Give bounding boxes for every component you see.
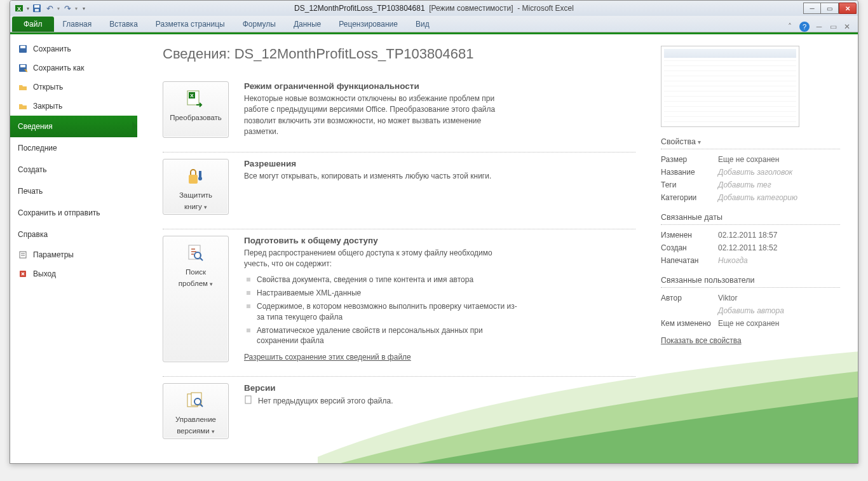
title-bar: X ▾ ↶ ▾ ↷ ▾ ▾ DS_12MonthProfitLoss_TP103…	[10, 1, 858, 16]
prop-cat-val[interactable]: Добавить категорию	[718, 193, 797, 202]
protect-workbook-button[interactable]: Защитить книгу ▾	[163, 159, 229, 215]
document-icon	[244, 395, 253, 406]
save-icon[interactable]	[32, 3, 42, 13]
nav-print[interactable]: Печать	[10, 180, 137, 202]
versions-label-1: Управление	[175, 416, 216, 423]
nav-exit[interactable]: Выход	[10, 264, 137, 283]
svg-rect-4	[35, 9, 39, 11]
nav-open[interactable]: Открыть	[10, 78, 137, 97]
prop-add-author[interactable]: Добавить автора	[718, 306, 784, 315]
nav-help[interactable]: Справка	[10, 224, 137, 245]
nav-save-as[interactable]: Сохранить как	[10, 58, 137, 78]
manage-versions-button[interactable]: Управление версиями ▾	[163, 383, 229, 439]
section-compatibility-body: Режим ограниченной функциональности Неко…	[244, 81, 517, 138]
nav-options[interactable]: Параметры	[10, 245, 137, 264]
nav-close[interactable]: Закрыть	[10, 97, 137, 116]
list-item: Настраиваемые XML-данные	[244, 287, 517, 300]
compatibility-text: Некоторые новые возможности отключены во…	[244, 93, 517, 138]
backstage-nav: Сохранить Сохранить как Открыть Закрыть …	[10, 34, 137, 463]
prop-auth-key: Автор	[661, 294, 718, 302]
redo-icon[interactable]: ↷	[62, 3, 72, 13]
inspect-icon	[185, 243, 207, 264]
minimize-button[interactable]: ─	[803, 3, 821, 14]
prepare-title: Подготовить к общему доступу	[244, 236, 517, 245]
nav-recent-label: Последние	[18, 144, 57, 152]
versions-title: Версии	[244, 383, 517, 393]
prop-title-key: Название	[661, 168, 718, 177]
excel-icon: X	[14, 3, 24, 13]
redo-dropdown-icon[interactable]: ▾	[75, 6, 78, 11]
nav-exit-label: Выход	[33, 269, 56, 278]
tab-view[interactable]: Вид	[407, 17, 438, 32]
tab-page-layout[interactable]: Разметка страницы	[147, 17, 234, 32]
prop-chg-val: Еще не сохранен	[718, 319, 779, 328]
mdi-restore-icon[interactable]: ▭	[829, 22, 837, 31]
svg-rect-24	[245, 396, 251, 403]
show-all-properties-link[interactable]: Показать все свойства	[661, 336, 742, 345]
compatibility-title: Режим ограниченной функциональности	[244, 81, 517, 91]
mdi-close-icon[interactable]: ✕	[843, 22, 851, 31]
nav-help-label: Справка	[18, 230, 48, 239]
prop-tags-val[interactable]: Добавить тег	[718, 180, 771, 189]
nav-close-label: Закрыть	[33, 102, 62, 111]
nav-send[interactable]: Сохранить и отправить	[10, 202, 137, 224]
undo-dropdown-icon[interactable]: ▾	[57, 6, 60, 11]
prop-row-changed-by: Кем изменено Еще не сохранен	[661, 317, 840, 330]
check-issues-button[interactable]: Поиск проблем ▾	[163, 236, 229, 363]
convert-button[interactable]: X Преобразовать	[163, 81, 229, 138]
prop-size-key: Размер	[661, 155, 718, 164]
prop-prn-key: Напечатан	[661, 256, 718, 265]
chevron-down-icon: ▾	[210, 281, 213, 287]
file-tab[interactable]: Файл	[12, 17, 54, 32]
title-compat: [Режим совместимости]	[429, 4, 513, 13]
prop-cat-key: Категории	[661, 193, 718, 202]
tab-data[interactable]: Данные	[285, 17, 330, 32]
check-issues-label-1: Поиск	[186, 268, 206, 276]
prepare-issues-list: Свойства документа, сведения о типе конт…	[244, 273, 517, 348]
maximize-button[interactable]: ▭	[821, 3, 839, 14]
mdi-minimize-icon[interactable]: ─	[815, 22, 824, 31]
svg-rect-9	[20, 252, 26, 258]
nav-save[interactable]: Сохранить	[10, 39, 137, 58]
prop-row-add-author: Добавить автора	[661, 304, 840, 317]
permissions-title: Разрешения	[244, 159, 517, 168]
section-versions-body: Версии Нет предыдущих версий этого файла…	[244, 383, 517, 439]
qat-dropdown-icon[interactable]: ▾	[27, 6, 29, 11]
lock-key-icon	[185, 166, 207, 187]
close-button[interactable]: ✕	[839, 3, 857, 14]
nav-new[interactable]: Создать	[10, 159, 137, 180]
nav-recent[interactable]: Последние	[10, 137, 137, 159]
window-title: DS_12MonthProfitLoss_TP103804681 [Режим …	[294, 4, 574, 13]
title-app: Microsoft Excel	[522, 4, 574, 13]
ribbon-right-controls: ˄ ? ─ ▭ ✕	[785, 22, 858, 32]
nav-save-as-label: Сохранить как	[33, 64, 84, 72]
convert-button-label: Преобразовать	[170, 114, 222, 121]
convert-icon: X	[185, 88, 207, 110]
section-permissions: Защитить книгу ▾ Разрешения Все могут от…	[163, 152, 635, 229]
help-icon[interactable]: ?	[799, 22, 810, 32]
svg-rect-6	[20, 46, 25, 48]
prop-size-val: Еще не сохранен	[718, 155, 779, 164]
tab-home[interactable]: Главная	[54, 17, 101, 32]
save-icon	[18, 44, 28, 54]
section-prepare-body: Подготовить к общему доступу Перед распр…	[244, 236, 517, 363]
folder-open-icon	[18, 82, 28, 92]
prop-cre-val: 02.12.2011 18:52	[718, 243, 777, 252]
tab-review[interactable]: Рецензирование	[330, 17, 407, 32]
minimize-ribbon-icon[interactable]: ˄	[785, 22, 794, 31]
nav-open-label: Открыть	[33, 83, 63, 91]
prop-title-val[interactable]: Добавить заголовок	[718, 168, 792, 177]
nav-info[interactable]: Сведения	[10, 116, 137, 137]
tab-insert[interactable]: Вставка	[100, 17, 147, 32]
document-thumbnail[interactable]	[661, 46, 799, 127]
tab-formulas[interactable]: Формулы	[234, 17, 285, 32]
svg-text:X: X	[190, 93, 194, 98]
properties-header[interactable]: Свойства	[661, 137, 840, 149]
prop-row-size: Размер Еще не сохранен	[661, 153, 840, 166]
allow-save-link[interactable]: Разрешить сохранение этих сведений в фай…	[244, 353, 411, 362]
nav-info-label: Сведения	[18, 122, 53, 131]
qat-customize-icon[interactable]: ▾	[83, 6, 85, 11]
section-permissions-body: Разрешения Все могут открывать, копирова…	[244, 159, 517, 215]
undo-icon[interactable]: ↶	[44, 3, 55, 13]
svg-rect-8	[20, 65, 25, 67]
